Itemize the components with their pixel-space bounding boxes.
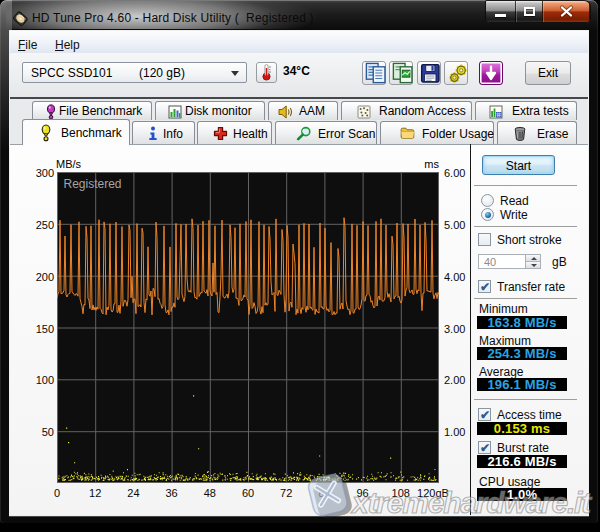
svg-text:Registered: Registered [64, 177, 122, 191]
